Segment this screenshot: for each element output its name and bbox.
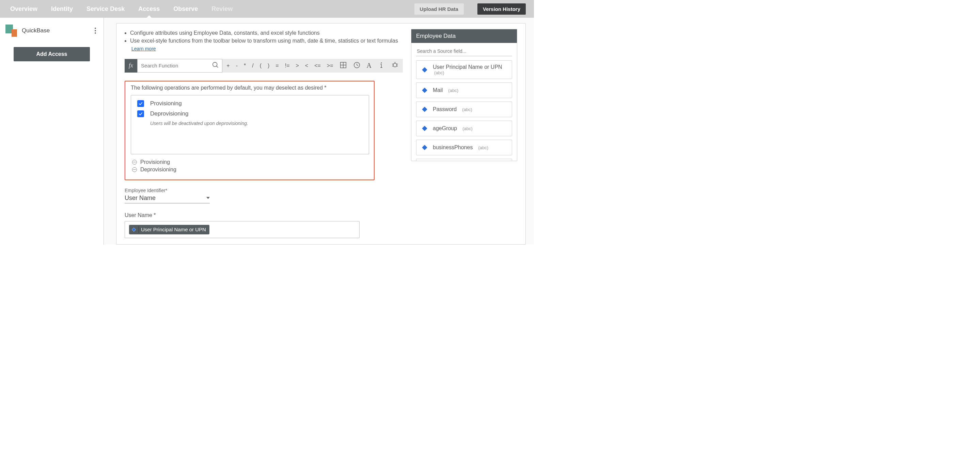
source-field-item[interactable]: Mail(abc) (416, 83, 512, 98)
source-field-icon (420, 124, 429, 132)
source-field-type: (abc) (448, 88, 458, 93)
text-icon[interactable]: A (367, 62, 372, 70)
source-field-name: ageGroup (433, 125, 457, 132)
deprovisioning-disabled-label: Deprovisioning (140, 167, 177, 173)
op-lt[interactable]: < (305, 63, 308, 69)
function-search-input[interactable] (138, 63, 212, 68)
svg-point-0 (213, 62, 217, 67)
deprovisioning-disabled-icon (132, 167, 137, 172)
info-icon[interactable] (378, 61, 385, 70)
deprovisioning-label: Deprovisioning (150, 110, 188, 117)
clock-icon[interactable] (353, 61, 361, 70)
source-field-name: Password (433, 106, 457, 112)
source-field-icon (131, 227, 137, 232)
operations-section: The following operations are performed b… (125, 81, 375, 180)
source-field-type: (abc) (462, 107, 472, 112)
op-lparen[interactable]: ( (260, 63, 261, 69)
svg-point-8 (381, 62, 382, 64)
op-plus[interactable]: + (226, 63, 229, 69)
fx-icon[interactable]: fx (125, 59, 137, 73)
operator-toolbar: + - * / ( ) = != > < <= >= A (222, 59, 403, 73)
employee-identifier-select[interactable]: User Name (125, 193, 210, 203)
employee-data-title: Employee Data (411, 29, 517, 43)
math-icon[interactable] (339, 61, 347, 70)
learn-more-link[interactable]: Learn more (131, 46, 156, 51)
app-logo (5, 24, 17, 37)
employee-identifier-label: Employee Identifier* (125, 188, 210, 193)
username-chip[interactable]: User Principal Name or UPN (129, 225, 209, 234)
source-field-type: (abc) (462, 126, 473, 131)
top-nav: Overview Identity Service Desk Access Ob… (0, 0, 534, 18)
employee-data-panel: Employee Data User Principal Name or UPN… (411, 29, 517, 161)
source-field-type: (abc) (478, 145, 488, 150)
username-input[interactable]: User Principal Name or UPN (125, 221, 360, 238)
provisioning-label: Provisioning (150, 100, 182, 107)
svg-rect-23 (422, 126, 428, 132)
provisioning-checkbox[interactable] (137, 100, 144, 107)
source-field-name: Mail (433, 87, 443, 93)
intro-text: Configure attributes using Employee Data… (125, 29, 403, 53)
svg-rect-20 (422, 67, 428, 73)
op-gte[interactable]: >= (327, 63, 333, 69)
chevron-down-icon (206, 197, 210, 199)
source-field-icon (420, 143, 429, 151)
tab-access[interactable]: Access (136, 1, 162, 18)
app-name: QuickBase (22, 27, 88, 34)
op-slash[interactable]: / (252, 63, 253, 69)
op-star[interactable]: * (244, 63, 246, 69)
main-area: Configure attributes using Employee Data… (104, 18, 534, 245)
tab-identity[interactable]: Identity (49, 1, 75, 18)
tab-service-desk[interactable]: Service Desk (84, 1, 127, 18)
source-field-type: (abc) (434, 70, 502, 75)
op-neq[interactable]: != (285, 63, 290, 69)
upload-hr-data-button[interactable]: Upload HR Data (414, 3, 464, 14)
add-access-button[interactable]: Add Access (14, 47, 90, 61)
svg-point-12 (393, 63, 397, 67)
source-field-icon (420, 105, 429, 113)
operations-box: Provisioning Deprovisioning Users will b… (131, 95, 369, 154)
version-history-button[interactable]: Version History (477, 3, 526, 14)
sidebar: QuickBase Add Access (0, 18, 104, 245)
svg-line-7 (357, 65, 358, 66)
tab-overview[interactable]: Overview (8, 1, 40, 18)
op-minus[interactable]: - (236, 63, 238, 69)
svg-rect-18 (132, 228, 135, 231)
text-cursor (138, 226, 139, 233)
source-field-icon (420, 86, 429, 94)
source-field-name: User Principal Name or UPN (433, 64, 502, 70)
svg-line-1 (216, 66, 218, 67)
source-field-item[interactable]: Password(abc) (416, 102, 512, 117)
source-field-icon (420, 66, 429, 74)
source-field-item[interactable]: User Principal Name or UPN(abc) (416, 60, 512, 79)
source-field-item[interactable]: city(abc) (416, 159, 512, 161)
deprovisioning-checkbox[interactable] (137, 110, 144, 117)
provisioning-disabled-icon (132, 160, 137, 164)
app-menu-button[interactable] (92, 25, 98, 36)
source-field-name: businessPhones (433, 145, 473, 151)
op-lte[interactable]: <= (314, 63, 321, 69)
op-eq[interactable]: = (275, 63, 278, 69)
source-field-item[interactable]: ageGroup(abc) (416, 121, 512, 136)
op-rparen[interactable]: ) (268, 63, 269, 69)
provisioning-disabled-label: Provisioning (140, 159, 170, 165)
bug-icon[interactable] (391, 61, 399, 70)
formula-bar: fx + - * / ( ) = (125, 59, 403, 73)
employee-data-search-input[interactable] (416, 46, 512, 56)
op-gt[interactable]: > (296, 63, 299, 69)
deprovisioning-hint: Users will be deactivated upon deprovisi… (150, 121, 363, 126)
username-label: User Name * (125, 212, 403, 218)
tab-review[interactable]: Review (209, 1, 235, 18)
source-field-item[interactable]: businessPhones(abc) (416, 140, 512, 155)
tab-observe[interactable]: Observe (171, 1, 200, 18)
svg-rect-21 (422, 88, 428, 93)
operations-prompt: The following operations are performed b… (131, 85, 369, 91)
svg-rect-22 (422, 107, 428, 112)
svg-rect-24 (422, 145, 428, 151)
search-icon[interactable] (212, 61, 219, 70)
